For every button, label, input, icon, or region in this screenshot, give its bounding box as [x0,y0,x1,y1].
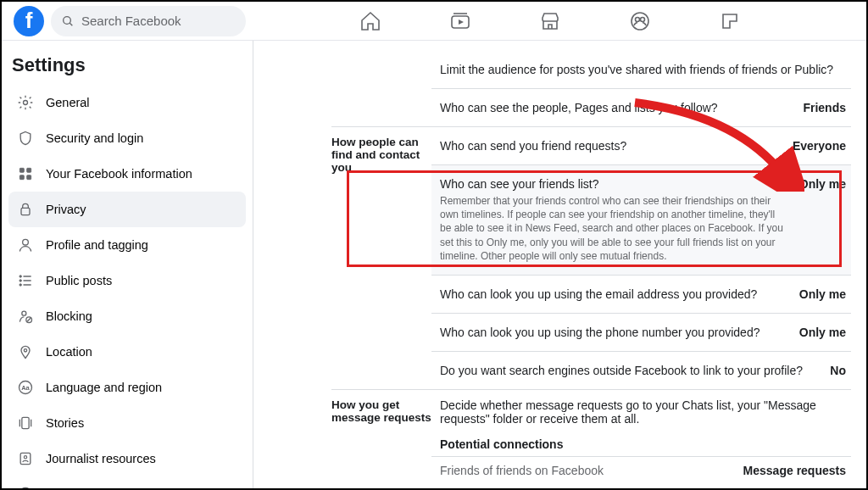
svg-rect-8 [27,168,31,172]
sidebar-item-security[interactable]: Security and login [8,120,246,156]
svg-rect-9 [19,175,24,180]
person-icon [15,235,36,255]
search-placeholder: Search Facebook [81,14,181,28]
sidebar-item-fb-info[interactable]: Your Facebook information [8,156,246,192]
settings-content: Limit the audience for posts you've shar… [253,41,866,488]
sidebar-item-profile-tagging[interactable]: Profile and tagging [8,227,246,263]
page-title: Settings [12,54,241,76]
top-bar: f Search Facebook [2,2,866,41]
sidebar-item-location[interactable]: Location [8,334,246,370]
reaction-icon [15,484,36,488]
sidebar-item-reactions[interactable]: Reaction preferences [8,476,246,488]
sidebar-item-privacy[interactable]: Privacy [8,192,246,227]
home-icon[interactable] [359,9,382,33]
setting-row-friend-requests[interactable]: Who can send you friend requests? Everyo… [431,127,851,164]
language-icon: Aa [15,377,36,398]
svg-line-1 [70,23,72,25]
sidebar-item-stories[interactable]: Stories [8,405,246,441]
block-icon [15,306,36,326]
shield-icon [15,128,36,148]
svg-point-13 [19,276,22,278]
svg-rect-10 [27,175,31,180]
svg-text:Aa: Aa [21,384,30,392]
section-label-msg: How you get message requests [331,390,431,484]
svg-point-12 [23,239,29,245]
sidebar-item-public-posts[interactable]: Public posts [8,263,246,298]
gear-icon [15,92,36,113]
svg-point-14 [19,280,22,282]
svg-point-23 [24,456,26,459]
svg-point-24 [19,488,32,489]
svg-point-3 [632,13,648,30]
subhead-potential: Potential connections [440,437,851,451]
section-label-find: How people can find and contact you [331,127,431,389]
setting-row-search-engines[interactable]: Do you want search engines outside Faceb… [431,351,851,389]
sidebar-item-journalist[interactable]: Journalist resources [8,441,246,476]
sidebar-item-general[interactable]: General [8,85,246,120]
svg-point-18 [24,349,26,352]
sidebar-item-blocking[interactable]: Blocking [8,298,246,334]
svg-rect-11 [21,208,30,214]
section-label-activity [331,51,431,126]
svg-rect-21 [22,417,29,428]
search-icon [61,14,75,28]
setting-row-friends-list[interactable]: Who can see your friends list? Remember … [431,164,851,275]
svg-point-15 [19,284,22,287]
sidebar-item-language[interactable]: Aa Language and region [8,370,246,405]
settings-sidebar: Settings General Security and login Your… [2,41,253,488]
svg-point-5 [641,17,645,21]
location-icon [15,342,36,362]
setting-row-follow[interactable]: Who can see the people, Pages and lists … [431,88,851,126]
svg-rect-7 [19,168,24,172]
stories-icon [15,413,36,433]
svg-point-16 [22,311,26,315]
badge-icon [15,448,36,469]
watch-icon[interactable] [448,9,472,33]
marketplace-icon[interactable] [538,9,562,33]
groups-icon[interactable] [628,9,652,33]
setting-row-phone-lookup[interactable]: Who can look you up using the phone numb… [431,313,851,351]
lock-icon [15,199,36,220]
msg-intro-text: Decide whether message requests go to yo… [440,398,851,426]
setting-row-friends-of-friends[interactable]: Friends of friends on Facebook Message r… [431,456,851,484]
grid-icon [15,164,36,184]
facebook-logo[interactable]: f [14,6,44,36]
svg-point-0 [64,16,71,24]
search-box[interactable]: Search Facebook [51,6,246,36]
list-icon [15,270,36,291]
setting-row-limit-posts[interactable]: Limit the audience for posts you've shar… [431,51,851,88]
top-nav [246,9,854,33]
gaming-icon[interactable] [718,9,742,33]
svg-point-6 [24,101,28,105]
svg-point-4 [636,17,640,21]
setting-row-email-lookup[interactable]: Who can look you up using the email addr… [431,275,851,313]
